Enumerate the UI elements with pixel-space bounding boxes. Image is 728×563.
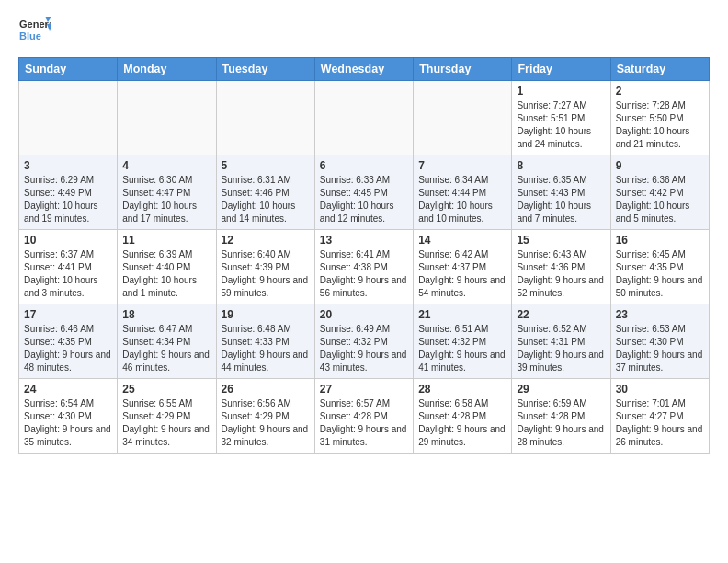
page: General Blue SundayMondayTuesdayWednesda… xyxy=(0,0,728,463)
day-info: Sunrise: 6:59 AM Sunset: 4:28 PM Dayligh… xyxy=(517,397,605,449)
day-number: 13 xyxy=(320,234,408,247)
day-number: 6 xyxy=(320,159,408,172)
day-number: 8 xyxy=(517,159,605,172)
day-cell: 25Sunrise: 6:55 AM Sunset: 4:29 PM Dayli… xyxy=(118,379,216,454)
day-cell: 17Sunrise: 6:46 AM Sunset: 4:35 PM Dayli… xyxy=(19,304,118,379)
day-number: 12 xyxy=(222,234,310,247)
day-cell xyxy=(314,81,413,155)
day-cell: 20Sunrise: 6:49 AM Sunset: 4:32 PM Dayli… xyxy=(314,304,413,379)
day-number: 3 xyxy=(24,159,112,172)
day-cell: 12Sunrise: 6:40 AM Sunset: 4:39 PM Dayli… xyxy=(216,230,314,304)
day-number: 18 xyxy=(122,308,210,321)
day-cell: 16Sunrise: 6:45 AM Sunset: 4:35 PM Dayli… xyxy=(610,230,709,304)
day-cell: 2Sunrise: 7:28 AM Sunset: 5:50 PM Daylig… xyxy=(610,81,709,155)
day-cell: 23Sunrise: 6:53 AM Sunset: 4:30 PM Dayli… xyxy=(610,304,709,379)
day-info: Sunrise: 6:51 AM Sunset: 4:32 PM Dayligh… xyxy=(418,323,506,374)
day-cell: 11Sunrise: 6:39 AM Sunset: 4:40 PM Dayli… xyxy=(118,230,216,304)
day-cell: 27Sunrise: 6:57 AM Sunset: 4:28 PM Dayli… xyxy=(314,379,413,454)
day-number: 24 xyxy=(24,383,112,396)
day-cell: 30Sunrise: 7:01 AM Sunset: 4:27 PM Dayli… xyxy=(610,379,709,454)
day-number: 19 xyxy=(222,308,310,321)
day-cell xyxy=(19,81,118,155)
day-info: Sunrise: 6:52 AM Sunset: 4:31 PM Dayligh… xyxy=(517,323,605,374)
day-info: Sunrise: 6:53 AM Sunset: 4:30 PM Dayligh… xyxy=(616,323,704,374)
day-number: 10 xyxy=(24,234,112,247)
column-header-friday: Friday xyxy=(512,58,610,81)
day-cell xyxy=(118,81,216,155)
day-cell: 21Sunrise: 6:51 AM Sunset: 4:32 PM Dayli… xyxy=(414,304,512,379)
day-cell: 5Sunrise: 6:31 AM Sunset: 4:46 PM Daylig… xyxy=(216,155,314,230)
day-number: 21 xyxy=(418,308,506,321)
week-row-2: 3Sunrise: 6:29 AM Sunset: 4:49 PM Daylig… xyxy=(19,155,710,230)
day-number: 7 xyxy=(418,159,506,172)
day-number: 28 xyxy=(418,383,506,396)
header-row: SundayMondayTuesdayWednesdayThursdayFrid… xyxy=(19,58,710,81)
day-number: 17 xyxy=(24,308,112,321)
day-cell: 14Sunrise: 6:42 AM Sunset: 4:37 PM Dayli… xyxy=(414,230,512,304)
day-info: Sunrise: 6:40 AM Sunset: 4:39 PM Dayligh… xyxy=(222,248,310,300)
day-info: Sunrise: 6:37 AM Sunset: 4:41 PM Dayligh… xyxy=(24,248,112,300)
day-info: Sunrise: 6:39 AM Sunset: 4:40 PM Dayligh… xyxy=(122,248,210,300)
day-number: 2 xyxy=(616,85,704,98)
day-info: Sunrise: 6:46 AM Sunset: 4:35 PM Dayligh… xyxy=(24,323,112,374)
svg-text:General: General xyxy=(19,18,51,29)
column-header-wednesday: Wednesday xyxy=(314,58,413,81)
column-header-saturday: Saturday xyxy=(610,58,709,81)
day-cell: 18Sunrise: 6:47 AM Sunset: 4:34 PM Dayli… xyxy=(118,304,216,379)
day-number: 27 xyxy=(320,383,408,396)
column-header-tuesday: Tuesday xyxy=(216,58,314,81)
day-number: 15 xyxy=(517,234,605,247)
day-info: Sunrise: 6:48 AM Sunset: 4:33 PM Dayligh… xyxy=(222,323,310,374)
week-row-3: 10Sunrise: 6:37 AM Sunset: 4:41 PM Dayli… xyxy=(19,230,710,304)
day-number: 16 xyxy=(616,234,704,247)
column-header-sunday: Sunday xyxy=(19,58,118,81)
day-cell xyxy=(216,81,314,155)
day-info: Sunrise: 7:27 AM Sunset: 5:51 PM Dayligh… xyxy=(517,99,605,151)
day-info: Sunrise: 6:56 AM Sunset: 4:29 PM Dayligh… xyxy=(222,397,310,449)
logo-icon: General Blue xyxy=(18,15,51,48)
day-number: 23 xyxy=(616,308,704,321)
calendar-table: SundayMondayTuesdayWednesdayThursdayFrid… xyxy=(18,57,710,454)
day-cell: 1Sunrise: 7:27 AM Sunset: 5:51 PM Daylig… xyxy=(512,81,610,155)
day-cell xyxy=(414,81,512,155)
column-header-thursday: Thursday xyxy=(414,58,512,81)
day-number: 30 xyxy=(616,383,704,396)
day-cell: 15Sunrise: 6:43 AM Sunset: 4:36 PM Dayli… xyxy=(512,230,610,304)
day-info: Sunrise: 6:49 AM Sunset: 4:32 PM Dayligh… xyxy=(320,323,408,374)
day-info: Sunrise: 6:45 AM Sunset: 4:35 PM Dayligh… xyxy=(616,248,704,300)
day-info: Sunrise: 6:41 AM Sunset: 4:38 PM Dayligh… xyxy=(320,248,408,300)
day-cell: 26Sunrise: 6:56 AM Sunset: 4:29 PM Dayli… xyxy=(216,379,314,454)
day-info: Sunrise: 6:31 AM Sunset: 4:46 PM Dayligh… xyxy=(222,174,310,225)
day-cell: 19Sunrise: 6:48 AM Sunset: 4:33 PM Dayli… xyxy=(216,304,314,379)
day-cell: 8Sunrise: 6:35 AM Sunset: 4:43 PM Daylig… xyxy=(512,155,610,230)
week-row-4: 17Sunrise: 6:46 AM Sunset: 4:35 PM Dayli… xyxy=(19,304,710,379)
day-number: 22 xyxy=(517,308,605,321)
day-info: Sunrise: 6:58 AM Sunset: 4:28 PM Dayligh… xyxy=(418,397,506,449)
header: General Blue xyxy=(18,15,710,48)
day-info: Sunrise: 6:43 AM Sunset: 4:36 PM Dayligh… xyxy=(517,248,605,300)
svg-text:Blue: Blue xyxy=(19,30,41,41)
day-number: 20 xyxy=(320,308,408,321)
day-number: 14 xyxy=(418,234,506,247)
day-info: Sunrise: 7:01 AM Sunset: 4:27 PM Dayligh… xyxy=(616,397,704,449)
day-info: Sunrise: 6:55 AM Sunset: 4:29 PM Dayligh… xyxy=(122,397,210,449)
day-info: Sunrise: 6:33 AM Sunset: 4:45 PM Dayligh… xyxy=(320,174,408,225)
day-cell: 29Sunrise: 6:59 AM Sunset: 4:28 PM Dayli… xyxy=(512,379,610,454)
day-number: 26 xyxy=(222,383,310,396)
day-info: Sunrise: 6:34 AM Sunset: 4:44 PM Dayligh… xyxy=(418,174,506,225)
column-header-monday: Monday xyxy=(118,58,216,81)
day-cell: 9Sunrise: 6:36 AM Sunset: 4:42 PM Daylig… xyxy=(610,155,709,230)
day-number: 5 xyxy=(222,159,310,172)
day-cell: 10Sunrise: 6:37 AM Sunset: 4:41 PM Dayli… xyxy=(19,230,118,304)
day-info: Sunrise: 6:47 AM Sunset: 4:34 PM Dayligh… xyxy=(122,323,210,374)
day-info: Sunrise: 6:36 AM Sunset: 4:42 PM Dayligh… xyxy=(616,174,704,225)
day-info: Sunrise: 7:28 AM Sunset: 5:50 PM Dayligh… xyxy=(616,99,704,151)
day-cell: 24Sunrise: 6:54 AM Sunset: 4:30 PM Dayli… xyxy=(19,379,118,454)
day-number: 11 xyxy=(122,234,210,247)
day-number: 25 xyxy=(122,383,210,396)
day-info: Sunrise: 6:30 AM Sunset: 4:47 PM Dayligh… xyxy=(122,174,210,225)
day-cell: 28Sunrise: 6:58 AM Sunset: 4:28 PM Dayli… xyxy=(414,379,512,454)
day-number: 4 xyxy=(122,159,210,172)
day-info: Sunrise: 6:57 AM Sunset: 4:28 PM Dayligh… xyxy=(320,397,408,449)
day-cell: 13Sunrise: 6:41 AM Sunset: 4:38 PM Dayli… xyxy=(314,230,413,304)
